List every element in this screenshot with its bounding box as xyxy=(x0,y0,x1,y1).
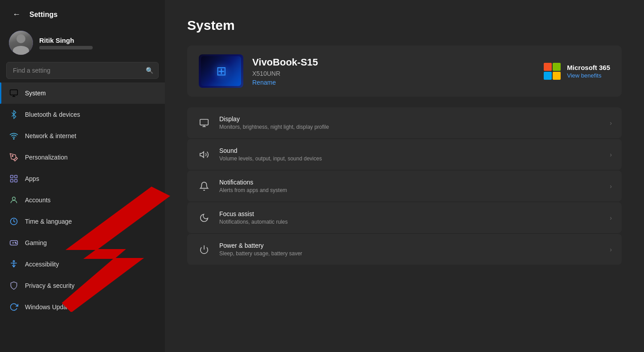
time-icon xyxy=(9,217,19,226)
device-model: X510UNR xyxy=(252,70,318,77)
svg-rect-6 xyxy=(15,176,17,178)
device-card: ⊞ VivoBook-S15 X510UNR Rename Microsoft … xyxy=(187,45,622,97)
display-icon xyxy=(197,116,211,130)
search-input[interactable] xyxy=(6,62,159,79)
sound-title: Sound xyxy=(219,147,322,154)
accounts-icon xyxy=(9,195,19,205)
user-status-bar xyxy=(39,46,93,49)
sidebar-nav: SystemBluetooth & devicesNetwork & inter… xyxy=(0,82,165,318)
sidebar-title: Settings xyxy=(29,11,57,19)
bluetooth-icon xyxy=(9,110,19,119)
svg-rect-5 xyxy=(11,176,13,178)
svg-rect-17 xyxy=(200,119,208,125)
sidebar-item-network[interactable]: Network & internet xyxy=(0,125,165,147)
svg-point-9 xyxy=(12,197,16,200)
avatar xyxy=(9,31,33,55)
power-icon xyxy=(197,242,211,257)
sidebar-item-label-update: Windows Update xyxy=(25,303,72,311)
ms365-red-cell xyxy=(544,63,552,71)
ms365-green-cell xyxy=(553,63,561,71)
device-name: VivoBook-S15 xyxy=(252,57,318,68)
notifications-text: NotificationsAlerts from apps and system xyxy=(219,179,287,193)
sidebar-item-accessibility[interactable]: Accessibility xyxy=(0,254,165,275)
sidebar-item-label-apps: Apps xyxy=(25,175,39,182)
notifications-chevron-icon: › xyxy=(610,183,612,190)
settings-item-focus[interactable]: Focus assistNotifications, automatic rul… xyxy=(187,202,622,233)
svg-rect-8 xyxy=(15,180,17,182)
svg-point-16 xyxy=(13,261,14,262)
sidebar-item-update[interactable]: Windows Update xyxy=(0,296,165,318)
user-info: Ritik Singh xyxy=(39,37,93,49)
user-section: Ritik Singh xyxy=(0,25,165,62)
back-button[interactable]: ← xyxy=(9,8,24,21)
ms365-subtitle[interactable]: View benefits xyxy=(567,72,610,79)
device-info: VivoBook-S15 X510UNR Rename xyxy=(252,57,318,86)
sidebar-item-label-system: System xyxy=(25,90,46,97)
sidebar-header: ← Settings xyxy=(0,0,165,25)
ms365-icon xyxy=(544,63,561,80)
personalization-icon xyxy=(9,152,19,162)
ms365-title: Microsoft 365 xyxy=(567,64,610,71)
search-icon: 🔍 xyxy=(146,67,153,74)
sidebar-item-label-personalization: Personalization xyxy=(25,154,68,161)
svg-marker-20 xyxy=(200,151,204,157)
sidebar-item-label-accessibility: Accessibility xyxy=(25,261,59,268)
focus-title: Focus assist xyxy=(219,210,287,217)
sidebar-item-accounts[interactable]: Accounts xyxy=(0,189,165,211)
settings-item-sound[interactable]: SoundVolume levels, output, input, sound… xyxy=(187,139,622,170)
network-icon xyxy=(9,131,19,141)
svg-rect-0 xyxy=(10,90,18,95)
focus-subtitle: Notifications, automatic rules xyxy=(219,219,287,225)
device-rename-link[interactable]: Rename xyxy=(252,79,318,86)
device-thumb-inner: ⊞ xyxy=(201,56,241,86)
svg-point-3 xyxy=(13,139,14,139)
device-thumbnail: ⊞ xyxy=(199,54,243,88)
svg-point-4 xyxy=(12,156,13,157)
sidebar-item-gaming[interactable]: Gaming xyxy=(0,232,165,254)
power-chevron-icon: › xyxy=(610,246,612,253)
sidebar-item-system[interactable]: System xyxy=(0,82,165,104)
accessibility-icon xyxy=(9,259,19,269)
apps-icon xyxy=(9,174,19,184)
ms365-section: Microsoft 365 View benefits xyxy=(544,63,610,80)
sound-text: SoundVolume levels, output, input, sound… xyxy=(219,147,322,162)
ms365-blue-cell xyxy=(544,72,552,80)
display-title: Display xyxy=(219,115,329,123)
sidebar-item-privacy[interactable]: Privacy & security xyxy=(0,275,165,296)
settings-item-notifications[interactable]: NotificationsAlerts from apps and system… xyxy=(187,171,622,201)
focus-text: Focus assistNotifications, automatic rul… xyxy=(219,210,287,225)
focus-chevron-icon: › xyxy=(610,214,612,221)
sidebar-item-label-time: Time & language xyxy=(25,218,72,225)
windows-logo-icon: ⊞ xyxy=(216,64,226,78)
update-icon xyxy=(9,302,19,312)
gaming-icon xyxy=(9,238,19,248)
display-text: DisplayMonitors, brightness, night light… xyxy=(219,115,329,130)
sidebar-item-personalization[interactable]: Personalization xyxy=(0,147,165,168)
sidebar: ← Settings Ritik Singh 🔍 SystemBluetooth… xyxy=(0,0,165,352)
power-subtitle: Sleep, battery usage, battery saver xyxy=(219,250,302,257)
settings-item-display[interactable]: DisplayMonitors, brightness, night light… xyxy=(187,107,622,138)
device-left: ⊞ VivoBook-S15 X510UNR Rename xyxy=(199,54,318,88)
sidebar-item-time[interactable]: Time & language xyxy=(0,211,165,232)
notifications-subtitle: Alerts from apps and system xyxy=(219,187,287,193)
sidebar-item-apps[interactable]: Apps xyxy=(0,168,165,189)
sidebar-item-bluetooth[interactable]: Bluetooth & devices xyxy=(0,104,165,125)
page-title: System xyxy=(187,18,622,33)
power-text: Power & batterySleep, battery usage, bat… xyxy=(219,242,302,257)
sidebar-item-label-bluetooth: Bluetooth & devices xyxy=(25,111,80,118)
sidebar-item-label-accounts: Accounts xyxy=(25,196,51,204)
notifications-title: Notifications xyxy=(219,179,287,186)
settings-item-power[interactable]: Power & batterySleep, battery usage, bat… xyxy=(187,234,622,265)
ms365-text: Microsoft 365 View benefits xyxy=(567,64,610,79)
search-box: 🔍 xyxy=(6,62,159,79)
privacy-icon xyxy=(9,281,19,291)
display-chevron-icon: › xyxy=(610,119,612,127)
svg-point-15 xyxy=(16,243,16,244)
user-name: Ritik Singh xyxy=(39,37,93,44)
system-icon xyxy=(9,88,19,98)
sound-icon xyxy=(197,147,211,162)
settings-list: DisplayMonitors, brightness, night light… xyxy=(187,107,622,265)
main-content: System ⊞ VivoBook-S15 X510UNR Rename xyxy=(165,0,644,352)
notifications-icon xyxy=(197,179,211,193)
svg-rect-7 xyxy=(11,180,13,182)
